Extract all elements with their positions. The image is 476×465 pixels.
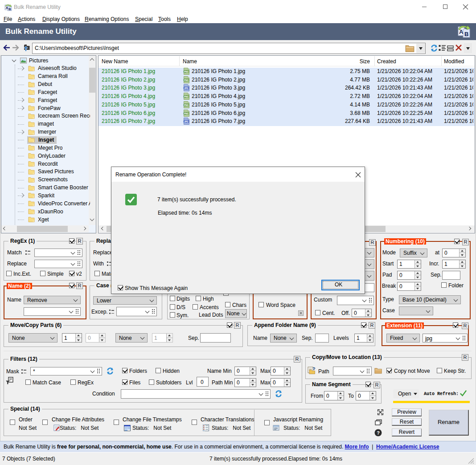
svg-text:PNG: PNG [184, 79, 189, 82]
svg-text:PNG: PNG [184, 104, 189, 106]
svg-text:B: B [8, 7, 11, 11]
svg-text:JPG: JPG [184, 87, 189, 90]
svg-text:JPG: JPG [184, 121, 189, 123]
svg-text:PNG: PNG [184, 71, 189, 73]
svg-text:?: ? [377, 430, 380, 436]
svg-text:PNG: PNG [184, 96, 189, 98]
svg-text:PNG: PNG [184, 113, 189, 115]
svg-text:B: B [464, 31, 468, 37]
